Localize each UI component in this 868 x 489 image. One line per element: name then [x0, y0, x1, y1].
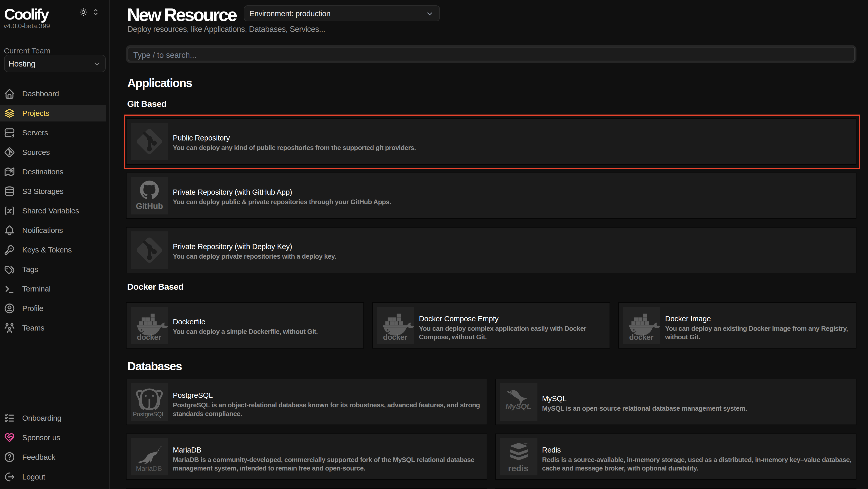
- svg-text:PostgreSQL: PostgreSQL: [133, 411, 165, 418]
- svg-text:MySQL: MySQL: [505, 402, 531, 410]
- svg-text:docker: docker: [383, 333, 408, 341]
- svg-text:docker: docker: [629, 333, 654, 341]
- svg-text:redis: redis: [508, 464, 528, 473]
- svg-text:MariaDB: MariaDB: [136, 465, 162, 472]
- svg-text:docker: docker: [137, 333, 161, 341]
- svg-text:GitHub: GitHub: [136, 202, 163, 211]
